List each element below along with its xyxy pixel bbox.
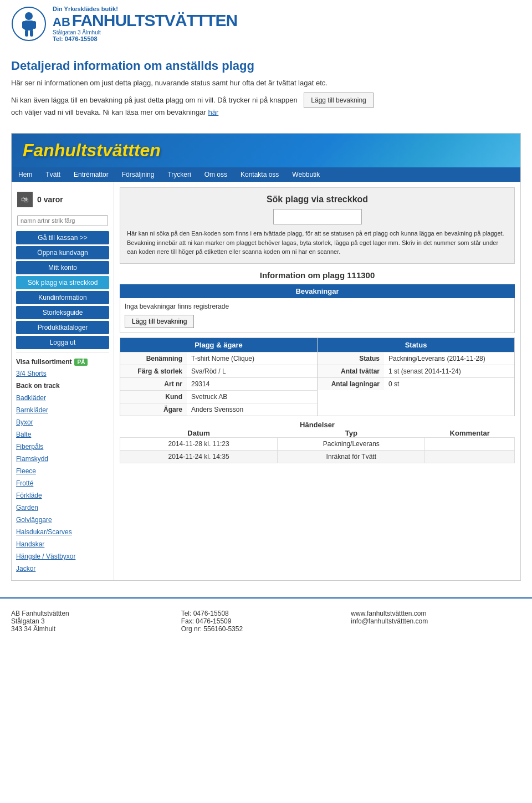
plagg-row-agare: Ägare Anders Svensson <box>120 403 317 416</box>
logo-container: Din Yrkesklädes butik! AB FANHULTSTVÄTTT… <box>11 6 237 42</box>
status-header: Status <box>318 338 514 352</box>
bevakning-desc: Ni kan även lägga till en bevakning på j… <box>11 93 521 116</box>
status-table: Status Status Packning/Leverans (2014-11… <box>318 337 515 416</box>
footer-company: AB Fanhultstvättten <box>11 610 181 617</box>
sidebar-item-badklader[interactable]: Badkläder <box>12 392 114 404</box>
lagg-till-btn[interactable]: Lägg till bevakning <box>125 315 194 328</box>
sidebar-btn-kundvagn[interactable]: Öppna kundvagn <box>16 246 109 259</box>
sidebar-vis-fullsortiment: Visa fullsortiment PÅ <box>12 355 114 367</box>
nav-item-forsaljning[interactable]: Försäljning <box>115 167 161 182</box>
bevakningar-link[interactable]: här <box>208 108 219 116</box>
footer-city: 343 34 Älmhult <box>11 625 181 633</box>
sidebar-item-fleece[interactable]: Fleece <box>12 465 114 477</box>
main-area: Sök plagg via streckkod Här kan ni söka … <box>114 182 520 580</box>
handelser-section: Händelser Datum Typ Kommentar 2014-11-28… <box>120 421 515 463</box>
sidebar-search-input[interactable] <box>17 215 108 226</box>
footer-fax: Fax: 0476-15509 <box>181 617 351 625</box>
nav-item-om-oss[interactable]: Om oss <box>198 167 234 182</box>
logo-icon <box>11 6 47 42</box>
footer-col-1: AB Fanhultstvättten Stålgatan 3 343 34 Ä… <box>11 610 181 633</box>
sidebar-item-fiberpals[interactable]: Fiberpåls <box>12 441 114 453</box>
svg-rect-3 <box>22 21 26 29</box>
page-title: Detaljerad information om anställds plag… <box>11 59 521 73</box>
site-nav: Hem Tvätt Entrémattor Försäljning Trycke… <box>12 167 520 182</box>
bevakningar-header: Bevakningar <box>120 284 515 298</box>
footer-street: Stålgatan 3 <box>11 617 181 625</box>
sidebar-item-balte[interactable]: Bälte <box>12 428 114 441</box>
nav-item-tvatt[interactable]: Tvätt <box>39 167 67 182</box>
logo-brand-main: FANHULTSTVÄTTTEN <box>72 12 237 29</box>
footer-col-3: www.fanhultstvättten.com info@fanhultstv… <box>351 610 521 633</box>
handelser-col-kommentar: Kommentar <box>425 429 515 438</box>
sidebar-item-jackor[interactable]: Jackor <box>12 562 114 575</box>
sidebar-btn-logga-ut[interactable]: Logga ut <box>16 336 109 349</box>
page-footer: AB Fanhultstvättten Stålgatan 3 343 34 Ä… <box>0 597 532 644</box>
barcode-input-row <box>127 209 508 224</box>
handelser-table: Händelser Datum Typ Kommentar 2014-11-28… <box>120 421 515 463</box>
bevakningar-content: Inga bevakningar finns registrerade Lägg… <box>120 298 515 333</box>
cart-icon: 🛍 <box>17 192 33 207</box>
plagg-table: Plagg & ägare Benämning T-shirt Nome (Cl… <box>120 337 318 416</box>
site-frame: Fanhultstvättten Hem Tvätt Entrémattor F… <box>11 133 521 581</box>
nav-item-webbutik[interactable]: Webbutik <box>285 167 326 182</box>
handelser-typ-2: Inräknat för Tvätt <box>278 450 425 463</box>
sidebar-item-back-on-track[interactable]: Back on track <box>12 380 114 392</box>
logo-area: Din Yrkesklädes butik! AB FANHULTSTVÄTTT… <box>0 0 532 48</box>
sidebar-item-handskar[interactable]: Handskar <box>12 538 114 550</box>
sidebar-btn-kundinformation[interactable]: Kundinformation <box>16 291 109 304</box>
sidebar-item-garden[interactable]: Garden <box>12 502 114 514</box>
sidebar-item-golvlaggare[interactable]: Golvläggare <box>12 514 114 526</box>
status-row-tvatt: Antal tvättar 1 st (senast 2014-11-24) <box>318 365 514 377</box>
svg-rect-5 <box>25 30 28 37</box>
svg-rect-4 <box>32 21 36 29</box>
footer-email: info@fanhultstvättten.com <box>351 617 521 625</box>
vis-badge: PÅ <box>74 359 88 366</box>
info-title: Information om plagg 111300 <box>120 270 515 280</box>
footer-org: Org nr: 556160-5352 <box>181 625 351 633</box>
footer-tel: Tel: 0476-15508 <box>181 610 351 617</box>
sidebar-item-flamskydd[interactable]: Flamskydd <box>12 453 114 465</box>
nav-item-kontakta-oss[interactable]: Kontakta oss <box>234 167 285 182</box>
sidebar-btn-konto[interactable]: Mitt konto <box>16 261 109 274</box>
status-row-status: Status Packning/Leverans (2014-11-28) <box>318 352 514 365</box>
footer-col-2: Tel: 0476-15508 Fax: 0476-15509 Org nr: … <box>181 610 351 633</box>
site-header: Fanhultstvättten <box>12 134 520 167</box>
handelser-kommentar-2 <box>425 450 515 463</box>
sidebar-item-hangsle[interactable]: Hängsle / Västbyxor <box>12 550 114 562</box>
handelser-row-1: 2014-11-28 kl. 11:23 Packning/Leverans <box>120 437 515 450</box>
nav-item-tryckeri[interactable]: Tryckeri <box>161 167 197 182</box>
sidebar-btn-produktkataloger[interactable]: Produktkataloger <box>16 321 109 334</box>
handelser-col-datum: Datum <box>120 429 278 438</box>
page-desc: Här ser ni informationen om just detta p… <box>11 79 521 87</box>
sidebar-item-frotte[interactable]: Frotté <box>12 477 114 489</box>
nav-item-entremattor[interactable]: Entrémattor <box>67 167 115 182</box>
sidebar-item-barnklader[interactable]: Barnkläder <box>12 404 114 416</box>
sidebar-cart: 🛍 0 varor <box>12 187 114 212</box>
logo-ab: AB <box>53 15 70 29</box>
sidebar-item-byxor[interactable]: Byxor <box>12 416 114 428</box>
sidebar-search-area <box>12 212 114 229</box>
barcode-desc: Här kan ni söka på den Ean-koden som fin… <box>127 229 508 257</box>
svg-rect-6 <box>30 30 33 37</box>
page-intro: Detaljerad information om anställds plag… <box>0 48 532 122</box>
site-header-logo: Fanhultstvättten <box>23 140 509 161</box>
barcode-search-title: Sök plagg via streckkod <box>127 195 508 204</box>
footer-www: www.fanhultstvättten.com <box>351 610 521 617</box>
sidebar-item-34shorts[interactable]: 3/4 Shorts <box>12 367 114 380</box>
sidebar-item-halsdukar[interactable]: Halsdukar/Scarves <box>12 526 114 538</box>
sidebar: 🛍 0 varor Gå till kassan >> Öppna kundva… <box>12 182 114 580</box>
handelser-header: Händelser <box>120 421 515 429</box>
barcode-input[interactable] <box>273 209 362 224</box>
lagg-till-bevakning-outer-button[interactable]: Lägg till bevakning <box>304 93 373 108</box>
plagg-row-kund: Kund Svetruck AB <box>120 390 317 403</box>
nav-item-hem[interactable]: Hem <box>12 167 39 182</box>
sidebar-btn-storleksguide[interactable]: Storleksguide <box>16 306 109 319</box>
sidebar-btn-kassa[interactable]: Gå till kassan >> <box>16 231 109 244</box>
inga-bevakningar: Inga bevakningar finns registrerade <box>125 303 510 310</box>
plagg-row-benamning: Benämning T-shirt Nome (Clique) <box>120 352 317 365</box>
sidebar-btn-streckkod[interactable]: Sök plagg via streckkod <box>16 276 109 289</box>
plagg-row-farg: Färg & storlek Sva/Röd / L <box>120 365 317 377</box>
plagg-row-artnr: Art nr 29314 <box>120 377 317 390</box>
sidebar-item-forklade[interactable]: Förkläde <box>12 489 114 502</box>
bevakningar-section: Bevakningar Inga bevakningar finns regis… <box>120 284 515 333</box>
